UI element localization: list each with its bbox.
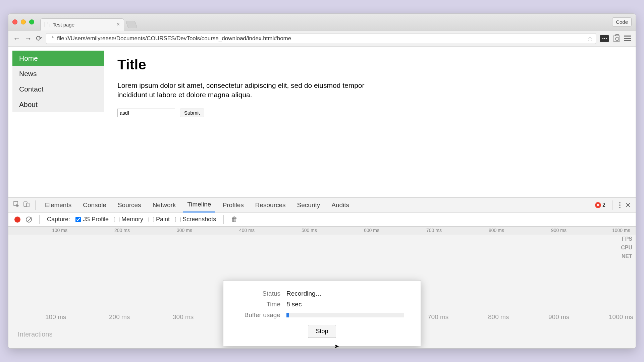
recording-modal: Status Recording… Time 8 sec Buffer usag… — [223, 280, 421, 346]
bookmark-star-icon[interactable]: ☆ — [587, 35, 593, 43]
sidebar-item-label: About — [19, 101, 38, 109]
devtools-tab-timeline[interactable]: Timeline — [183, 198, 215, 213]
page-content: Home News Contact About Title Lorem ipsu… — [8, 47, 636, 197]
traffic-lights — [12, 19, 34, 24]
main-content: Title Lorem ipsum dolor sit amet, consec… — [104, 47, 636, 197]
lane-net: NET — [621, 253, 632, 259]
tab-close-icon[interactable]: × — [117, 21, 120, 27]
lane-fps: FPS — [621, 236, 632, 242]
sidebar-item-home[interactable]: Home — [12, 51, 104, 66]
devtools-tabs: Elements Console Sources Network Timelin… — [8, 198, 636, 213]
devtools-tab-audits[interactable]: Audits — [327, 198, 353, 213]
window-titlebar: Test page × Code — [8, 14, 636, 31]
menu-icon[interactable] — [624, 36, 631, 41]
devtools-tab-profiles[interactable]: Profiles — [218, 198, 248, 213]
sidebar-item-about[interactable]: About — [12, 97, 104, 112]
devtools-tab-resources[interactable]: Resources — [251, 198, 290, 213]
devtools-panel: Elements Console Sources Network Timelin… — [8, 197, 636, 348]
error-icon: ✕ — [595, 202, 601, 208]
close-window-button[interactable] — [12, 19, 17, 24]
devtools-menu-icon[interactable] — [619, 202, 621, 208]
memory-checkbox[interactable]: Memory — [114, 216, 143, 223]
url-text: file:///Users/emilyreese/Documents/COURS… — [57, 35, 291, 42]
buffer-progress — [286, 313, 404, 317]
devtools-tab-console[interactable]: Console — [79, 198, 110, 213]
devtools-tab-network[interactable]: Network — [149, 198, 180, 213]
devtools-close-icon[interactable]: ✕ — [625, 201, 631, 209]
url-field[interactable]: file:///Users/emilyreese/Documents/COURS… — [46, 33, 596, 44]
record-button[interactable] — [14, 217, 20, 223]
minimize-window-button[interactable] — [21, 19, 26, 24]
sidebar-item-label: Home — [19, 54, 38, 62]
form-row: Submit — [117, 109, 622, 117]
maximize-window-button[interactable] — [29, 19, 34, 24]
status-value: Recording… — [286, 290, 322, 297]
paint-checkbox[interactable]: Paint — [149, 216, 170, 223]
status-label: Status — [237, 290, 280, 297]
svg-rect-2 — [26, 203, 29, 207]
time-value: 8 sec — [286, 301, 302, 308]
capture-label: Capture: — [47, 216, 70, 223]
separator — [39, 215, 40, 224]
sidebar-item-label: Contact — [19, 85, 43, 93]
separator — [223, 215, 224, 224]
page-icon — [45, 22, 50, 27]
device-mode-icon[interactable] — [23, 201, 30, 209]
js-profile-checkbox[interactable]: JS Profile — [75, 216, 109, 223]
sidebar-item-contact[interactable]: Contact — [12, 81, 104, 97]
browser-tab[interactable]: Test page × — [40, 18, 124, 31]
page-paragraph: Lorem ipsum dolor sit amet, consectetur … — [117, 81, 382, 100]
browser-window: Test page × Code ← → ⟳ file:///Users/emi… — [8, 13, 636, 349]
stop-button[interactable]: Stop — [308, 325, 336, 338]
timeline-area: 100 ms 200 ms 300 ms 400 ms 500 ms 600 m… — [8, 227, 636, 348]
back-button[interactable]: ← — [13, 34, 20, 43]
sidebar-nav: Home News Contact About — [8, 47, 104, 197]
page-title: Title — [117, 57, 622, 73]
screenshots-checkbox[interactable]: Screenshots — [175, 216, 216, 223]
new-tab-button[interactable] — [125, 21, 138, 28]
separator — [612, 200, 612, 210]
page-icon — [49, 36, 54, 41]
inspect-icon[interactable] — [13, 201, 20, 209]
lane-cpu: CPU — [621, 245, 632, 251]
reload-button[interactable]: ⟳ — [36, 34, 42, 43]
timeline-toolbar: Capture: JS Profile Memory Paint Screens… — [8, 213, 636, 227]
tab-title: Test page — [53, 22, 74, 27]
clear-button[interactable] — [26, 217, 32, 223]
code-button[interactable]: Code — [612, 17, 632, 26]
url-bar: ← → ⟳ file:///Users/emilyreese/Documents… — [8, 31, 636, 47]
text-input[interactable] — [117, 109, 175, 117]
trash-icon[interactable]: 🗑 — [231, 216, 238, 223]
forward-button[interactable]: → — [24, 34, 32, 43]
extension-icon[interactable] — [600, 35, 609, 42]
error-count: 2 — [602, 202, 605, 208]
devtools-tab-elements[interactable]: Elements — [41, 198, 75, 213]
devtools-tab-sources[interactable]: Sources — [114, 198, 145, 213]
separator — [35, 200, 36, 210]
buffer-label: Buffer usage — [237, 311, 280, 319]
sidebar-item-news[interactable]: News — [12, 66, 104, 81]
interactions-label: Interactions — [18, 330, 52, 338]
sidebar-item-label: News — [19, 70, 37, 78]
devtools-tab-security[interactable]: Security — [293, 198, 324, 213]
cursor-icon: ➤ — [334, 343, 339, 349]
error-badge[interactable]: ✕ 2 — [595, 202, 605, 208]
time-label: Time — [237, 301, 280, 308]
buffer-progress-fill — [286, 313, 289, 317]
timeline-lanes: FPS CPU NET — [621, 236, 632, 259]
timeline-ruler-top: 100 ms 200 ms 300 ms 400 ms 500 ms 600 m… — [8, 227, 636, 235]
camera-icon[interactable] — [613, 36, 620, 42]
submit-button[interactable]: Submit — [180, 109, 204, 117]
